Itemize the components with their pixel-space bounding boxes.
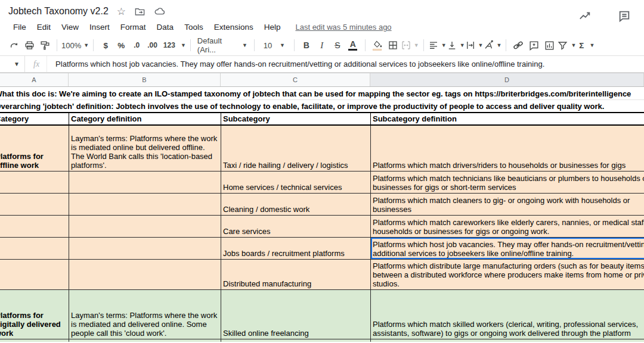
column-header-d-selected[interactable]: D — [370, 73, 644, 86]
font-size-dropdown[interactable]: 10 ▼ — [259, 38, 290, 53]
subcategory-cell-taxi[interactable]: Taxi / ride hailing / delivery / logisti… — [221, 125, 371, 171]
text-wrap-dropdown[interactable]: ▼ — [465, 38, 484, 53]
empty-cell[interactable] — [221, 339, 371, 342]
definition-cell-skilled-freelancing[interactable]: Platforms which match skilled workers (c… — [371, 289, 644, 339]
text-rotation-dropdown[interactable]: ▼ — [484, 38, 502, 53]
empty-cell[interactable] — [0, 193, 69, 215]
empty-cell[interactable] — [69, 215, 221, 237]
empty-cell[interactable] — [0, 259, 69, 289]
chevron-down-icon: ▼ — [589, 42, 595, 48]
category-definition-cell-offline[interactable]: Layman's terms: Platforms where the work… — [69, 125, 221, 171]
merge-cells-button[interactable]: ▼ — [401, 38, 419, 53]
menu-tools[interactable]: Tools — [179, 21, 209, 33]
definition-cell-cleaning[interactable]: Platforms which match cleaners to gig- o… — [371, 193, 644, 215]
header-cell-category-definition[interactable]: Category definition — [69, 113, 221, 125]
insert-chart-button[interactable] — [541, 38, 557, 53]
format-percent-button[interactable]: % — [113, 38, 129, 53]
empty-cell[interactable] — [69, 339, 221, 342]
column-header-b[interactable]: B — [69, 73, 221, 86]
text-wrap-icon — [465, 40, 476, 51]
category-definition-cell-digital[interactable]: Layman's terms: Platforms where the work… — [69, 289, 221, 339]
redo-button[interactable] — [6, 38, 21, 53]
more-formats-dropdown[interactable]: 123 ▼ — [160, 38, 186, 53]
menu-extensions[interactable]: Extensions — [209, 21, 259, 33]
last-edit-link[interactable]: Last edit was 5 minutes ago — [295, 23, 391, 32]
definition-cell-care[interactable]: Platforms which match careworkers like e… — [371, 215, 644, 237]
empty-cell[interactable] — [0, 237, 69, 259]
header-cell-subcategory-definition[interactable]: Subcategory definition — [371, 113, 644, 125]
subcategory-cell-jobs-boards[interactable]: Jobs boards / recruitment platforms — [221, 237, 371, 259]
column-header-a[interactable]: A — [0, 73, 69, 86]
formula-input[interactable]: Platforms which host job vacancies. They… — [47, 60, 544, 68]
fill-color-icon — [373, 40, 382, 48]
comment-history-button[interactable] — [618, 10, 631, 25]
menu-help[interactable]: Help — [259, 21, 286, 33]
empty-cell[interactable] — [69, 193, 221, 215]
empty-cell[interactable] — [0, 171, 69, 193]
google-sheets-app: Jobtech Taxonomy v2.2 ☆ — [0, 0, 644, 343]
subcategory-cell-distributed-manufacturing[interactable]: Distributed manufacturing — [221, 259, 371, 289]
definition-cell-taxi[interactable]: Platforms which match drivers/riders to … — [371, 125, 644, 171]
bold-button[interactable]: B — [299, 38, 314, 53]
menu-format[interactable]: Format — [115, 21, 151, 33]
paint-format-button[interactable] — [37, 38, 52, 53]
horizontal-align-dropdown[interactable]: ▼ — [428, 38, 447, 53]
borders-button[interactable] — [385, 38, 401, 53]
functions-dropdown[interactable]: Σ ▼ — [576, 38, 595, 53]
empty-cell[interactable] — [0, 339, 69, 342]
insights-button[interactable] — [578, 10, 592, 25]
chevron-down-icon: ▼ — [478, 42, 484, 48]
name-box-dropdown[interactable]: ▼ — [0, 56, 25, 72]
font-dropdown[interactable]: Default (Ari... ▼ — [195, 38, 250, 53]
definition-cell-home-services[interactable]: Platforms which match technicians like b… — [371, 171, 644, 193]
intro-cell-jobtech-definition[interactable]: Overarching 'jobtech' definition: Jobtec… — [0, 99, 644, 113]
fill-color-button[interactable] — [370, 38, 385, 53]
header-cell-subcategory[interactable]: Subcategory — [221, 113, 371, 125]
subcategory-cell-skilled-freelancing[interactable]: Skilled online freelancing — [221, 289, 371, 339]
category-cell-offline[interactable]: Platforms for offline work — [0, 125, 69, 171]
subcategory-cell-home-services[interactable]: Home services / technical services — [221, 171, 371, 193]
subcategory-cell-cleaning[interactable]: Cleaning / domestic work — [221, 193, 371, 215]
star-button[interactable]: ☆ — [117, 7, 126, 17]
chevron-down-icon: ▼ — [14, 61, 20, 67]
vertical-align-dropdown[interactable]: ▼ — [447, 38, 465, 53]
link-icon — [512, 39, 524, 51]
increase-decimal-button[interactable]: .00 — [144, 38, 160, 53]
cloud-saved-icon — [154, 5, 166, 17]
fx-label: fx — [25, 56, 47, 72]
category-cell-digital[interactable]: Platforms for digitally delivered work — [0, 289, 69, 339]
column-header-c[interactable]: C — [221, 73, 370, 86]
empty-cell[interactable] — [69, 259, 221, 289]
menu-view[interactable]: View — [56, 21, 84, 33]
intro-cell-doc-purpose[interactable]: What this doc is: We're aiming to create… — [0, 87, 644, 99]
definition-cell-distributed-manufacturing[interactable]: Platforms which distribute large manufac… — [371, 259, 644, 289]
insert-link-button[interactable] — [510, 38, 526, 53]
sheet-grid: What this doc is: We're aiming to create… — [0, 87, 644, 342]
italic-button[interactable]: I — [314, 38, 330, 53]
empty-cell[interactable] — [0, 215, 69, 237]
zoom-dropdown[interactable]: 100% ▼ — [61, 38, 89, 53]
strikethrough-button[interactable]: S — [330, 38, 345, 53]
empty-cell[interactable] — [69, 237, 221, 259]
empty-cell[interactable] — [69, 171, 221, 193]
menu-edit[interactable]: Edit — [32, 21, 56, 33]
menu-bar: File Edit View Insert Format Data Tools … — [0, 19, 644, 35]
print-button[interactable] — [21, 38, 37, 53]
header-cell-category[interactable]: Category — [0, 113, 69, 125]
menu-data[interactable]: Data — [151, 21, 179, 33]
chevron-down-icon: ▼ — [181, 42, 186, 48]
filter-dropdown[interactable]: ▼ — [557, 38, 576, 53]
definition-cell-jobs-boards-selected[interactable]: Platforms which host job vacancies. They… — [371, 237, 644, 259]
text-color-button[interactable]: A — [345, 38, 361, 53]
decrease-decimal-button[interactable]: .0 — [129, 38, 144, 53]
move-to-folder-button[interactable] — [134, 6, 145, 17]
insert-comment-button[interactable] — [526, 38, 541, 53]
menu-file[interactable]: File — [8, 21, 32, 33]
menu-insert[interactable]: Insert — [84, 21, 115, 33]
text-color-swatch — [348, 49, 357, 51]
empty-cell[interactable] — [371, 339, 644, 342]
format-currency-button[interactable]: $ — [98, 38, 113, 53]
subcategory-cell-care[interactable]: Care services — [221, 215, 371, 237]
document-title[interactable]: Jobtech Taxonomy v2.2 — [8, 6, 109, 17]
document-status-button[interactable] — [154, 5, 166, 17]
